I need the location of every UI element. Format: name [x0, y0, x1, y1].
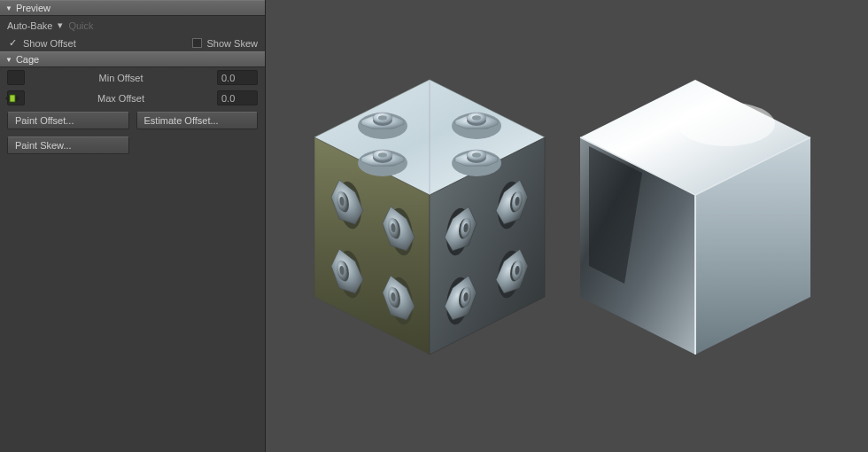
min-offset-value-input[interactable]: [217, 70, 258, 85]
dropdown-icon[interactable]: ▾: [58, 19, 63, 31]
autobake-label[interactable]: Auto-Bake: [7, 20, 52, 31]
svg-point-21: [378, 152, 387, 158]
paint-skew-button[interactable]: Paint Skew...: [7, 136, 129, 154]
min-offset-row: Min Offset: [0, 67, 265, 88]
svg-point-26: [472, 152, 481, 158]
paint-offset-button[interactable]: Paint Offset...: [7, 112, 129, 129]
show-options-row: ✓ Show Offset Show Skew: [0, 35, 265, 51]
cube-with-bolts: [314, 80, 545, 355]
properties-panel: ▼ Preview Auto-Bake ▾ Quick ✓ Show Offse…: [0, 0, 266, 452]
skew-buttons-row: Paint Skew...: [0, 133, 265, 158]
show-offset-checkbox[interactable]: ✓: [7, 37, 18, 49]
min-offset-label: Min Offset: [25, 73, 217, 83]
disclosure-icon: ▼: [5, 56, 12, 64]
max-offset-value-input[interactable]: [217, 90, 258, 105]
disclosure-icon: ▼: [5, 4, 12, 12]
show-skew-checkbox[interactable]: [192, 38, 202, 48]
svg-point-70: [678, 102, 775, 146]
show-skew-label[interactable]: Show Skew: [207, 38, 258, 49]
autobake-row: Auto-Bake ▾ Quick: [0, 16, 265, 35]
quick-label: Quick: [68, 20, 93, 31]
show-offset-label[interactable]: Show Offset: [23, 38, 76, 49]
max-offset-label: Max Offset: [25, 93, 217, 104]
svg-point-11: [378, 115, 387, 121]
preview-title: Preview: [16, 3, 50, 13]
max-offset-slider[interactable]: [7, 90, 25, 105]
svg-point-16: [472, 115, 481, 121]
viewport-render: [266, 0, 868, 452]
cage-title: Cage: [16, 54, 39, 65]
cube-smooth: [580, 80, 810, 355]
3d-viewport[interactable]: [266, 0, 868, 452]
preview-section-header[interactable]: ▼ Preview: [0, 0, 265, 16]
estimate-offset-button[interactable]: Estimate Offset...: [136, 112, 259, 129]
max-offset-row: Max Offset: [0, 88, 265, 108]
offset-buttons-row: Paint Offset... Estimate Offset...: [0, 108, 265, 133]
cage-section-header[interactable]: ▼ Cage: [0, 51, 265, 67]
min-offset-slider[interactable]: [7, 70, 25, 85]
